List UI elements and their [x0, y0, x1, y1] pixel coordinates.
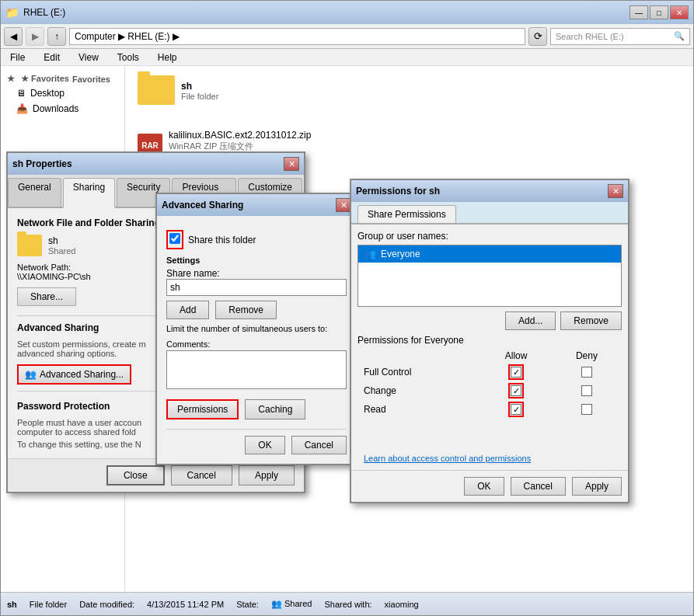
adv-bottom-bar: OK Cancel [166, 429, 347, 454]
sharing-details: sh Shared [48, 235, 75, 256]
change-deny-cell [552, 381, 622, 400]
state-value-status: 👥 Shared [271, 599, 312, 609]
forward-button[interactable]: ▶ [26, 27, 44, 46]
permissions-table: Allow Deny Full Control [357, 349, 622, 419]
permissions-for-label: Permissions for Everyone [357, 335, 622, 346]
shared-folder-icon [17, 235, 42, 256]
search-box[interactable]: Search RHEL (E:) 🔍 [550, 28, 690, 45]
remove-button[interactable]: Remove [215, 301, 277, 319]
perm-name-header [357, 349, 480, 363]
properties-cancel-button[interactable]: Cancel [171, 465, 232, 485]
close-button[interactable]: ✕ [670, 5, 689, 19]
share-folder-checkbox[interactable] [169, 233, 180, 244]
menu-help[interactable]: Help [155, 50, 180, 64]
advanced-sharing-dialog: Advanced Sharing ✕ Share this folder Set… [155, 193, 357, 465]
properties-close-button[interactable]: Close [106, 465, 165, 485]
date-value-status: 4/13/2015 11:42 PM [147, 600, 224, 609]
settings-header: Settings [166, 256, 347, 265]
explorer-title-bar: 📁 RHEL (E:) — □ ✕ [1, 1, 693, 24]
add-remove-row: Add Remove [166, 301, 347, 319]
address-path[interactable]: Computer ▶ RHEL (E:) ▶ [69, 28, 525, 45]
perm-ok-button[interactable]: OK [464, 477, 504, 496]
full-control-allow-checkbox[interactable] [511, 367, 521, 378]
sidebar-item-downloads[interactable]: 📥 Downloads [1, 101, 124, 117]
permissions-title: Permissions for sh [356, 186, 440, 197]
status-bar: sh File folder Date modified: 4/13/2015 … [1, 592, 693, 615]
tab-sharing[interactable]: Sharing [63, 178, 115, 208]
perm-remove-button[interactable]: Remove [560, 311, 622, 330]
table-row: Full Control [357, 363, 622, 381]
advanced-sharing-network-icon: 👥 [25, 369, 37, 380]
perm-change-label: Change [357, 381, 480, 400]
properties-close-x-button[interactable]: ✕ [284, 157, 299, 171]
read-allow-cell [480, 400, 551, 419]
permissions-close-x-button[interactable]: ✕ [608, 184, 623, 198]
file-info: sh File folder [181, 81, 218, 101]
permissions-button[interactable]: Permissions [166, 399, 239, 419]
share-folder-label: Share this folder [188, 235, 256, 245]
perm-tab-share[interactable]: Share Permissions [357, 205, 456, 223]
learn-access-control-link[interactable]: Learn about access control and permissio… [357, 451, 537, 466]
allow-header: Allow [480, 349, 551, 363]
full-control-deny-checkbox[interactable] [581, 367, 592, 378]
refresh-button[interactable]: ⟳ [528, 27, 547, 46]
advanced-sharing-button[interactable]: 👥 Advanced Sharing... [17, 364, 131, 385]
share-folder-checkbox-highlight [166, 230, 183, 249]
caching-button[interactable]: Caching [245, 399, 305, 419]
title-bar-left: 📁 RHEL (E:) [5, 6, 65, 19]
read-deny-checkbox[interactable] [581, 404, 592, 415]
group-item-everyone[interactable]: 👥 Everyone [358, 245, 621, 263]
adv-cancel-button[interactable]: Cancel [291, 436, 347, 454]
adv-ok-button[interactable]: OK [245, 436, 284, 454]
table-row: Change [357, 381, 622, 400]
up-button[interactable]: ↑ [47, 27, 66, 46]
explorer-folder-icon: 📁 [5, 6, 19, 19]
share-name-input[interactable] [166, 279, 347, 296]
menu-tools[interactable]: Tools [114, 50, 142, 64]
address-bar: ◀ ▶ ↑ Computer ▶ RHEL (E:) ▶ ⟳ Search RH… [1, 24, 693, 49]
everyone-icon: 👥 [364, 249, 376, 259]
permissions-dialog: Permissions for sh ✕ Share Permissions G… [350, 179, 629, 503]
advanced-sharing-close-x-button[interactable]: ✕ [336, 198, 351, 212]
permissions-title-bar: Permissions for sh ✕ [351, 180, 628, 202]
menu-view[interactable]: View [75, 50, 102, 64]
perm-full-control-label: Full Control [357, 363, 480, 381]
add-button[interactable]: Add [166, 301, 209, 319]
change-allow-cell [480, 381, 551, 400]
sidebar-item-desktop[interactable]: 🖥 Desktop [1, 85, 124, 101]
perm-cancel-button[interactable]: Cancel [511, 477, 566, 496]
shared-icon: 👥 [271, 599, 282, 608]
folder-name-status: sh [7, 600, 17, 609]
folder-icon [138, 75, 175, 105]
menu-edit[interactable]: Edit [40, 50, 63, 64]
advanced-sharing-title: Advanced Sharing [162, 200, 243, 211]
advanced-sharing-title-bar: Advanced Sharing ✕ [157, 194, 356, 216]
shared-label-status: Shared with: [324, 600, 371, 609]
menu-file[interactable]: File [7, 50, 28, 64]
comments-textarea[interactable] [166, 350, 347, 389]
perm-add-button[interactable]: Add... [505, 311, 556, 330]
permissions-tab-bar: Share Permissions [351, 202, 628, 224]
read-allow-checkbox[interactable] [511, 404, 521, 415]
group-list: 👥 Everyone [357, 245, 622, 307]
list-item[interactable]: sh File folder [131, 72, 687, 110]
perm-read-label: Read [357, 400, 480, 419]
limit-label: Limit the number of simultaneous users t… [166, 324, 347, 333]
date-label-status: Date modified: [79, 600, 134, 609]
properties-apply-button[interactable]: Apply [239, 465, 295, 485]
maximize-button[interactable]: □ [650, 5, 668, 19]
full-control-deny-cell [552, 363, 622, 381]
state-label-status: State: [236, 600, 259, 609]
change-deny-checkbox[interactable] [581, 385, 592, 396]
back-button[interactable]: ◀ [4, 27, 23, 46]
shared-value-status: xiaoming [385, 600, 419, 609]
tab-general[interactable]: General [8, 178, 61, 207]
minimize-button[interactable]: — [629, 5, 648, 19]
comments-label: Comments: [166, 339, 347, 349]
title-controls: — □ ✕ [629, 5, 689, 19]
perm-apply-button[interactable]: Apply [572, 477, 622, 496]
advanced-sharing-content: Share this folder Settings Share name: A… [157, 216, 356, 464]
share-button[interactable]: Share... [17, 287, 76, 306]
change-allow-checkbox[interactable] [511, 385, 521, 396]
favorites-section: ★ ★ Favorites Favorites 🖥 Desktop 📥 Down… [1, 72, 124, 117]
